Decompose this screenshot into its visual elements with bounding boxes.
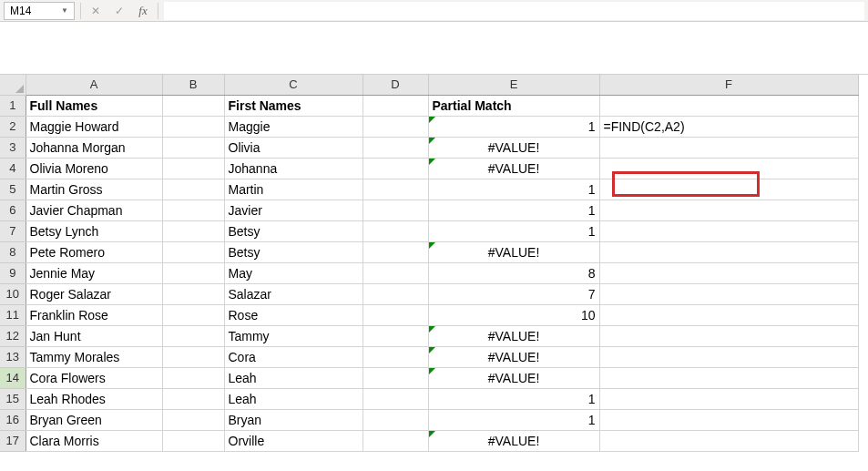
cell[interactable]	[363, 325, 428, 346]
cell[interactable]: #VALUE!	[428, 325, 599, 346]
cell[interactable]	[162, 430, 224, 451]
cell[interactable]: Tammy	[224, 325, 363, 346]
cell[interactable]	[599, 220, 858, 241]
cell[interactable]: 1	[428, 220, 599, 241]
cell[interactable]: Johanna	[224, 158, 363, 179]
cell[interactable]: 1	[428, 200, 599, 220]
cell[interactable]: Olivia	[224, 137, 363, 158]
cell[interactable]: First Names	[224, 95, 363, 116]
row-header[interactable]: 14	[0, 367, 26, 388]
cell[interactable]	[162, 137, 224, 158]
cell[interactable]	[599, 137, 858, 158]
cell[interactable]: Leah	[224, 388, 363, 409]
cell[interactable]: #VALUE!	[428, 367, 599, 388]
cell[interactable]: Bryan Green	[26, 409, 162, 430]
row-header[interactable]: 8	[0, 241, 26, 262]
cell[interactable]	[363, 158, 428, 179]
cell[interactable]	[162, 409, 224, 430]
select-all-corner[interactable]	[0, 75, 26, 95]
cell[interactable]	[162, 241, 224, 262]
cell[interactable]	[363, 220, 428, 241]
row-header[interactable]: 6	[0, 200, 26, 220]
cell[interactable]	[162, 158, 224, 179]
cell[interactable]	[162, 346, 224, 367]
cell[interactable]	[599, 430, 858, 451]
cell[interactable]: 7	[428, 283, 599, 304]
col-header-E[interactable]: E	[428, 75, 599, 95]
row-header[interactable]: 9	[0, 262, 26, 283]
cell[interactable]: Clara Morris	[26, 430, 162, 451]
cell[interactable]: Betsy	[224, 220, 363, 241]
cell[interactable]	[363, 388, 428, 409]
cell[interactable]	[599, 262, 858, 283]
cell[interactable]: #VALUE!	[428, 346, 599, 367]
cell[interactable]: Full Names	[26, 95, 162, 116]
col-header-C[interactable]: C	[224, 75, 363, 95]
cell[interactable]: Javier Chapman	[26, 200, 162, 220]
cell[interactable]	[363, 430, 428, 451]
cell[interactable]	[599, 283, 858, 304]
cell[interactable]	[599, 325, 858, 346]
cell[interactable]: Martin Gross	[26, 179, 162, 200]
cell[interactable]: 10	[428, 304, 599, 325]
cell[interactable]	[363, 262, 428, 283]
cell[interactable]	[363, 304, 428, 325]
cell[interactable]	[162, 200, 224, 220]
cell[interactable]: Bryan	[224, 409, 363, 430]
row-header[interactable]: 17	[0, 430, 26, 451]
cell[interactable]	[162, 262, 224, 283]
col-header-A[interactable]: A	[26, 75, 162, 95]
row-header[interactable]: 2	[0, 116, 26, 137]
cell[interactable]: #VALUE!	[428, 158, 599, 179]
cell[interactable]: Maggie	[224, 116, 363, 137]
cell[interactable]: #VALUE!	[428, 241, 599, 262]
col-header-F[interactable]: F	[599, 75, 858, 95]
cell[interactable]	[599, 95, 858, 116]
cell[interactable]: 1	[428, 409, 599, 430]
cell[interactable]: =FIND(C2,A2)	[599, 116, 858, 137]
cell[interactable]	[162, 283, 224, 304]
cell[interactable]	[599, 388, 858, 409]
row-header[interactable]: 4	[0, 158, 26, 179]
cell[interactable]	[162, 325, 224, 346]
cell[interactable]: Leah	[224, 367, 363, 388]
cell[interactable]	[363, 367, 428, 388]
cell[interactable]: Orville	[224, 430, 363, 451]
cell[interactable]	[599, 409, 858, 430]
cell[interactable]: Jennie May	[26, 262, 162, 283]
cell[interactable]: Rose	[224, 304, 363, 325]
cell[interactable]: Betsy	[224, 241, 363, 262]
chevron-down-icon[interactable]: ▼	[61, 6, 68, 15]
confirm-formula-icon[interactable]: ✓	[110, 2, 128, 20]
cell[interactable]	[363, 241, 428, 262]
cell[interactable]: Olivia Moreno	[26, 158, 162, 179]
cell[interactable]	[162, 388, 224, 409]
cancel-formula-icon[interactable]: ✕	[87, 2, 105, 20]
cell[interactable]	[363, 346, 428, 367]
cell[interactable]: Partial Match	[428, 95, 599, 116]
cell[interactable]: May	[224, 262, 363, 283]
cell[interactable]: Franklin Rose	[26, 304, 162, 325]
row-header[interactable]: 11	[0, 304, 26, 325]
cell[interactable]	[162, 116, 224, 137]
row-header[interactable]: 5	[0, 179, 26, 200]
cell[interactable]: Betsy Lynch	[26, 220, 162, 241]
row-header[interactable]: 10	[0, 283, 26, 304]
cell[interactable]: Jan Hunt	[26, 325, 162, 346]
cell[interactable]: Salazar	[224, 283, 363, 304]
cell[interactable]	[363, 137, 428, 158]
row-header[interactable]: 15	[0, 388, 26, 409]
cell[interactable]: 8	[428, 262, 599, 283]
cell[interactable]	[363, 95, 428, 116]
row-header[interactable]: 12	[0, 325, 26, 346]
cell[interactable]	[599, 179, 858, 200]
cell[interactable]: Roger Salazar	[26, 283, 162, 304]
cell[interactable]: Javier	[224, 200, 363, 220]
cell[interactable]	[599, 346, 858, 367]
row-header[interactable]: 16	[0, 409, 26, 430]
cell[interactable]: Johanna Morgan	[26, 137, 162, 158]
cell[interactable]: Martin	[224, 179, 363, 200]
name-box[interactable]: M14 ▼	[4, 2, 75, 20]
cell[interactable]: Tammy Morales	[26, 346, 162, 367]
row-header[interactable]: 13	[0, 346, 26, 367]
